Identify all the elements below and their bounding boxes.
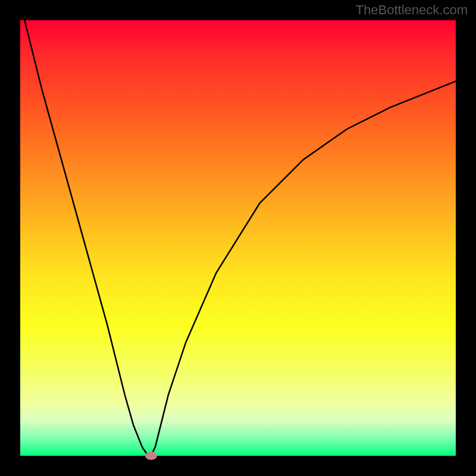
chart-plot-area [20,20,456,456]
watermark: TheBottleneck.com [356,2,468,18]
chart-marker [145,452,157,460]
chart-curve [20,20,456,456]
